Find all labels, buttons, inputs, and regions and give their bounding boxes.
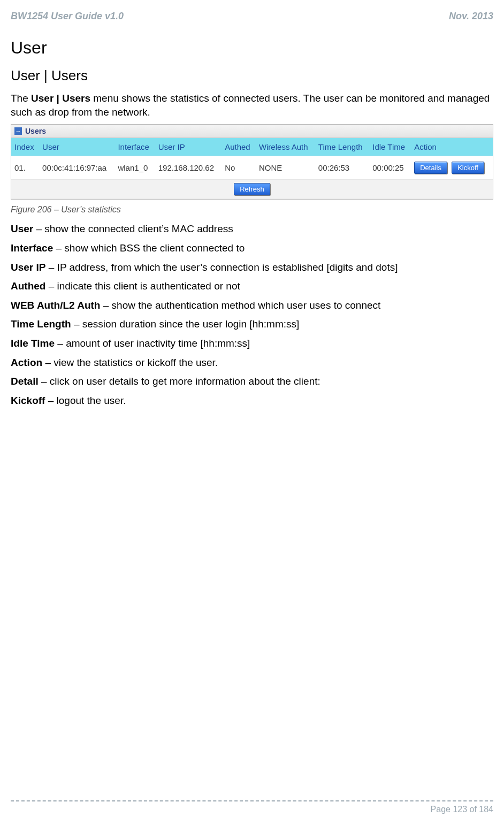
page-footer: Page 123 of 184 [11, 800, 493, 814]
users-table: Index User Interface User IP Authed Wire… [11, 138, 493, 199]
cell-wauth: NONE [256, 156, 315, 180]
term: Detail [11, 376, 39, 387]
running-header: BW1254 User Guide v1.0 Nov. 2013 [11, 11, 493, 22]
term-text: – logout the user. [45, 395, 126, 406]
refresh-button[interactable]: Refresh [234, 183, 270, 195]
term-text: – click on user details to get more info… [39, 376, 320, 387]
page-title: User [11, 38, 493, 58]
term-text: – amount of user inactivity time [hh:mm:… [55, 338, 250, 349]
col-time-length: Time Length [315, 138, 369, 156]
term: Interface [11, 242, 53, 254]
header-left: BW1254 User Guide v1.0 [11, 11, 124, 22]
cell-index: 01. [11, 156, 39, 180]
cell-ip: 192.168.120.62 [155, 156, 222, 180]
details-button[interactable]: Details [414, 162, 447, 174]
term-text: – indicate this client is authenticated … [45, 280, 240, 292]
def-time-length: Time Length – session duration since the… [11, 317, 493, 331]
col-action: Action [411, 138, 493, 156]
def-authed: Authed – indicate this client is authent… [11, 279, 493, 293]
term-text: – view the statistics or kickoff the use… [42, 357, 218, 368]
term: User [11, 223, 33, 234]
def-detail: Detail – click on user details to get mo… [11, 375, 493, 388]
def-user: User – show the connected client’s MAC a… [11, 222, 493, 236]
footer-divider [11, 800, 493, 801]
term-text: – show the authentication method which u… [100, 300, 380, 311]
term-text: – show the connected client’s MAC addres… [33, 223, 233, 234]
col-authed: Authed [222, 138, 256, 156]
col-interface: Interface [114, 138, 155, 156]
term: Idle Time [11, 338, 55, 349]
def-web-l2-auth: WEB Auth/L2 Auth – show the authenticati… [11, 299, 493, 312]
cell-authed: No [222, 156, 256, 180]
cell-time-length: 00:26:53 [315, 156, 369, 180]
col-user: User [39, 138, 114, 156]
intro-pre: The [11, 93, 31, 104]
intro-bold: User | Users [31, 93, 90, 104]
col-index: Index [11, 138, 39, 156]
def-user-ip: User IP – IP address, from which the use… [11, 261, 493, 274]
kickoff-button[interactable]: Kickoff [452, 162, 484, 174]
cell-action: Details Kickoff [411, 156, 493, 180]
def-interface: Interface – show which BSS the client co… [11, 241, 493, 255]
page: BW1254 User Guide v1.0 Nov. 2013 User Us… [0, 0, 504, 825]
col-user-ip: User IP [155, 138, 222, 156]
term-text: – IP address, from which the user’s conn… [45, 262, 398, 273]
term-text: – session duration since the user login … [71, 318, 300, 330]
users-panel: → Users Index User Interface User IP Aut… [11, 124, 493, 200]
intro-paragraph: The User | Users menu shows the statisti… [11, 91, 493, 119]
cell-interface: wlan1_0 [114, 156, 155, 180]
def-action: Action – view the statistics or kickoff … [11, 356, 493, 370]
cell-idle: 00:00:25 [369, 156, 411, 180]
panel-titlebar: → Users [11, 125, 493, 138]
refresh-row: Refresh [11, 180, 493, 199]
cell-user: 00:0c:41:16:97:aa [39, 156, 114, 180]
def-kickoff: Kickoff – logout the user. [11, 394, 493, 408]
figure-caption: Figure 206 – User’s statistics [11, 205, 493, 215]
term: WEB Auth/L2 Auth [11, 300, 100, 311]
term: Authed [11, 280, 45, 292]
term: Action [11, 357, 42, 368]
page-number: Page 123 of 184 [11, 805, 493, 814]
section-title: User | Users [11, 67, 493, 84]
col-wireless-auth: Wireless Auth [256, 138, 315, 156]
col-idle-time: Idle Time [369, 138, 411, 156]
arrow-icon: → [14, 127, 22, 135]
table-header-row: Index User Interface User IP Authed Wire… [11, 138, 493, 156]
term-text: – show which BSS the client connected to [53, 242, 245, 254]
term: Time Length [11, 318, 71, 330]
table-row: 01. 00:0c:41:16:97:aa wlan1_0 192.168.12… [11, 156, 493, 180]
term: Kickoff [11, 395, 45, 406]
term: User IP [11, 262, 45, 273]
def-idle-time: Idle Time – amount of user inactivity ti… [11, 337, 493, 350]
panel-title-text: Users [25, 127, 46, 135]
header-right: Nov. 2013 [449, 11, 493, 22]
